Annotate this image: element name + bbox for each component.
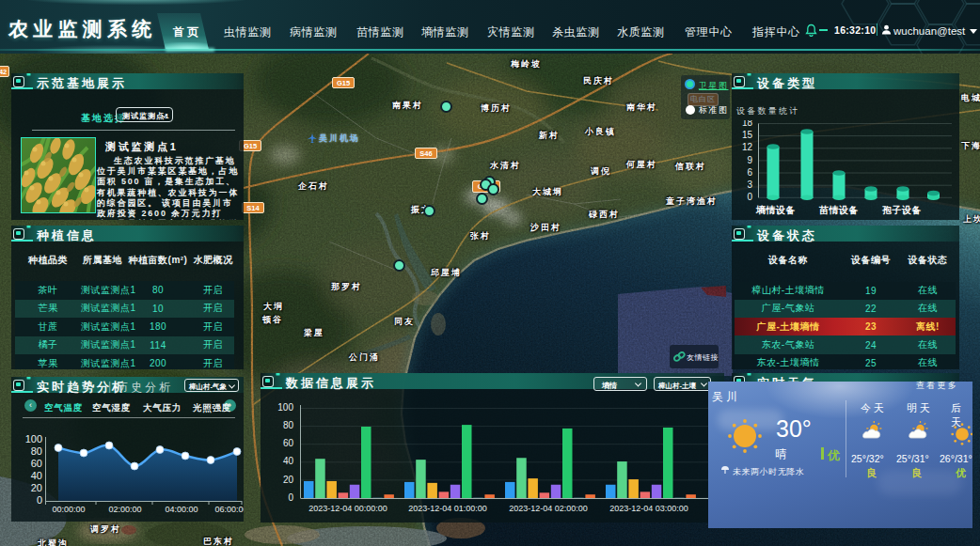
svg-text:9: 9 (747, 155, 752, 165)
svg-text:40: 40 (283, 456, 294, 466)
svg-text:60: 60 (31, 458, 42, 469)
svg-text:80: 80 (31, 445, 42, 457)
svg-text:02:00:00: 02:00:00 (108, 505, 141, 514)
svg-text:0: 0 (37, 494, 42, 506)
svg-text:18: 18 (742, 120, 753, 128)
svg-text:80: 80 (283, 420, 294, 430)
svg-text:2023-12-04 01:00:00: 2023-12-04 01:00:00 (408, 504, 487, 513)
svg-text:2023-12-04 00:00:00: 2023-12-04 00:00:00 (308, 504, 387, 513)
svg-text:04:00:00: 04:00:00 (165, 505, 198, 514)
svg-text:6: 6 (747, 167, 752, 178)
svg-text:2023-12-04 02:00:00: 2023-12-04 02:00:00 (509, 504, 588, 513)
svg-text:15: 15 (742, 130, 753, 140)
svg-text:60: 60 (283, 438, 294, 448)
svg-text:3: 3 (747, 179, 752, 190)
svg-text:12: 12 (742, 142, 753, 152)
svg-text:0: 0 (288, 492, 293, 503)
svg-text:100: 100 (277, 402, 293, 413)
svg-text:2023-12-04 03:00:00: 2023-12-04 03:00:00 (609, 504, 688, 513)
svg-text:40: 40 (31, 470, 42, 481)
svg-text:20: 20 (31, 482, 42, 493)
svg-text:00:00:00: 00:00:00 (52, 505, 85, 514)
svg-text:100: 100 (25, 433, 42, 445)
svg-text:06:00:00: 06:00:00 (214, 505, 244, 514)
svg-text:0: 0 (747, 192, 752, 202)
svg-text:20: 20 (283, 475, 294, 485)
